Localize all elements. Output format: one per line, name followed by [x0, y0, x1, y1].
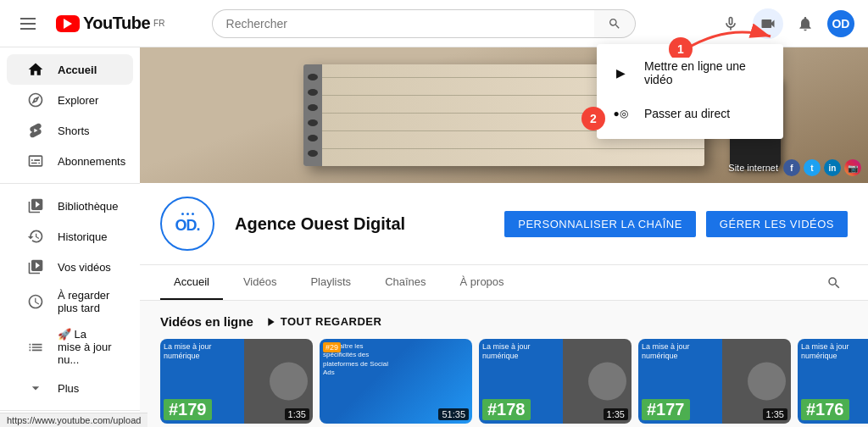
sidebar-divider-2 [0, 410, 140, 411]
notifications-button[interactable] [790, 8, 821, 39]
video-card-1[interactable]: La mise à journumérique #179 1:35 La mis… [160, 339, 313, 427]
library-icon [27, 197, 44, 214]
video-grid: La mise à journumérique #179 1:35 La mis… [160, 339, 848, 427]
search-button[interactable] [594, 9, 636, 38]
od-avatar-text: OD. [175, 217, 199, 235]
thumbnail-5: La mise à journumérique #176 1:35 [798, 339, 868, 424]
upload-video-item[interactable]: ▶ Mettre en ligne une vidéo [597, 51, 783, 95]
videos-section: Vidéos en ligne TOUT REGARDER La mise à … [140, 301, 868, 427]
facebook-icon[interactable]: f [783, 159, 800, 176]
home-icon [27, 61, 44, 78]
menu-button[interactable] [14, 11, 42, 36]
thumbnail-4: La mise à journumérique #177 1:35 [638, 339, 791, 424]
sidebar-label-accueil: Accueil [58, 64, 97, 76]
avatar[interactable]: OD [827, 10, 854, 37]
explore-icon [27, 92, 44, 108]
video-card-5[interactable]: La mise à journumérique #176 1:35 La mis… [798, 339, 868, 427]
tab-chaines[interactable]: Chaînes [371, 265, 439, 300]
sidebar-item-mise-a-jour[interactable]: 🚀 La mise à jour nu... [7, 321, 133, 373]
your-videos-icon [27, 258, 44, 275]
chevron-down-icon [27, 380, 44, 396]
microphone-button[interactable] [715, 8, 746, 39]
search-bar [212, 9, 636, 38]
sidebar-item-bibliotheque[interactable]: Bibliothèque [7, 191, 133, 221]
thumbnail-1: La mise à journumérique #179 1:35 [160, 339, 313, 424]
video-info-2: 😊 Connaître les spécificités des platefo… [320, 424, 472, 427]
logo[interactable]: YouTubeFR [56, 14, 164, 33]
sidebar-label-abonnements: Abonnements [58, 155, 125, 168]
thumbnail-2: Connaître les spécificités des plateform… [320, 339, 472, 424]
logo-text: YouTube [83, 14, 150, 33]
go-live-label: Passer au direct [644, 107, 730, 120]
tab-a-propos[interactable]: À propos [447, 265, 518, 300]
sidebar-label-bibliotheque: Bibliothèque [58, 200, 119, 213]
create-button[interactable] [753, 8, 783, 39]
video-card-3[interactable]: La mise à journumérique #178 1:35 La mis… [479, 339, 632, 427]
thumb-title-1: La mise à journumérique [164, 342, 212, 361]
watch-later-icon [27, 293, 44, 310]
video-info-1: La mise à jour numérique - veille du 9 m… [160, 424, 313, 427]
thumb-title-4: La mise à journumérique [642, 342, 690, 361]
status-url: https://www.youtube.com/upload [7, 415, 141, 425]
search-icon-tab [826, 275, 842, 291]
search-input[interactable] [212, 9, 594, 38]
banner-site-label: Site internet [728, 163, 778, 173]
sidebar-item-abonnements[interactable]: Abonnements [7, 146, 133, 176]
sidebar-item-watch-later[interactable]: À regarder plus tard [7, 282, 133, 321]
header-right: OD [715, 8, 854, 39]
sidebar-divider-1 [0, 183, 140, 184]
search-icon [608, 17, 621, 30]
create-icon [760, 15, 776, 32]
sidebar-item-vos-videos[interactable]: Vos vidéos [7, 252, 133, 282]
sidebar: Accueil Explorer Shorts Abonnements [0, 47, 140, 427]
tab-videos[interactable]: Vidéos [230, 265, 291, 300]
bell-icon [797, 15, 814, 32]
sidebar-item-explorer[interactable]: Explorer [7, 85, 133, 115]
header-left: YouTubeFR [14, 11, 164, 36]
sidebar-item-plus[interactable]: Plus [7, 373, 133, 403]
sidebar-label-vos-videos: Vos vidéos [58, 261, 111, 274]
channel-avatar: OD. [160, 197, 214, 251]
tab-accueil[interactable]: Accueil [160, 265, 223, 300]
play-icon [264, 315, 277, 329]
sidebar-label-mise-a-jour: 🚀 La mise à jour nu... [58, 328, 113, 366]
header: YouTubeFR OD ▶ Mettr [0, 0, 868, 47]
shorts-icon [27, 122, 44, 139]
twitter-icon[interactable]: t [804, 159, 821, 176]
thumb-number-5: #176 [801, 399, 849, 420]
history-icon [27, 228, 44, 245]
section-title: Vidéos en ligne [160, 314, 253, 329]
sidebar-label-explorer: Explorer [58, 94, 98, 107]
video-card-2[interactable]: Connaître les spécificités des plateform… [320, 339, 472, 427]
tab-search-button[interactable] [821, 269, 848, 297]
sidebar-item-shorts[interactable]: Shorts [7, 115, 133, 146]
sidebar-item-accueil[interactable]: Accueil [7, 54, 133, 85]
playlist-icon [27, 339, 44, 356]
video-card-4[interactable]: La mise à journumérique #177 1:35 La mis… [638, 339, 791, 427]
thumb-duration-1: 1:35 [285, 408, 309, 420]
upload-video-label: Mettre en ligne une vidéo [644, 59, 770, 86]
go-live-item[interactable]: ●◎ Passer au direct [597, 95, 783, 132]
sidebar-item-historique[interactable]: Historique [7, 221, 133, 252]
tab-playlists[interactable]: Playlists [297, 265, 364, 300]
video-info-4: La mise à jour numérique - veille du 25 … [638, 424, 791, 427]
thumb-title-3: La mise à journumérique [482, 342, 531, 361]
sidebar-label-shorts: Shorts [58, 125, 90, 137]
sidebar-label-watch-later: À regarder plus tard [58, 289, 113, 314]
subscriptions-icon [27, 152, 44, 169]
microphone-icon [722, 15, 739, 32]
youtube-icon [56, 15, 80, 32]
watch-all-label: TOUT REGARDER [281, 315, 382, 328]
thumb-duration-4: 1:35 [763, 408, 787, 420]
linkedin-icon[interactable]: in [824, 159, 841, 176]
customize-channel-button[interactable]: PERSONNALISER LA CHAÎNE [504, 211, 696, 237]
manage-videos-button[interactable]: GÉRER LES VIDÉOS [706, 211, 848, 237]
sidebar-label-historique: Historique [58, 230, 108, 243]
watch-all-button[interactable]: TOUT REGARDER [264, 315, 382, 329]
sidebar-label-plus: Plus [58, 382, 79, 395]
channel-tabs: Accueil Vidéos Playlists Chaînes À propo… [140, 265, 868, 301]
upload-video-icon: ▶ [610, 63, 631, 83]
instagram-icon[interactable]: 📷 [844, 159, 861, 176]
thumb-number-1: #179 [164, 399, 212, 420]
thumb-number-3: #178 [482, 399, 531, 420]
